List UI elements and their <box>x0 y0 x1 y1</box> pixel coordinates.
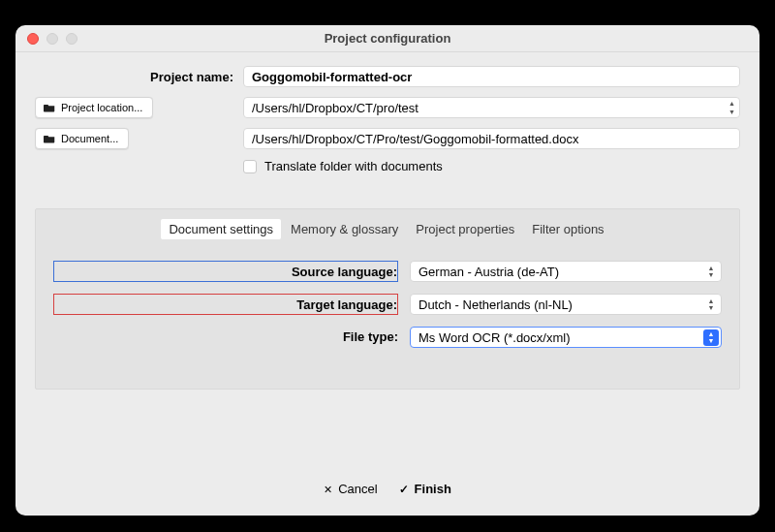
target-language-row: Target language: Dutch - Netherlands (nl… <box>36 294 739 315</box>
project-location-value: /Users/hl/Dropbox/CT/pro/test <box>252 101 418 115</box>
window-title: Project configuration <box>16 31 760 46</box>
finish-button[interactable]: Finish <box>399 482 451 496</box>
close-icon <box>324 482 332 496</box>
cancel-button[interactable]: Cancel <box>324 482 377 496</box>
document-input[interactable]: /Users/hl/Dropbox/CT/Pro/test/Goggomobil… <box>243 128 740 149</box>
chevron-updown-icon: ▲▼ <box>703 264 719 280</box>
dialog-footer: Cancel Finish <box>16 482 760 496</box>
tab-memory-glossary[interactable]: Memory & glossary <box>283 219 406 239</box>
window-controls <box>16 33 78 45</box>
folder-icon <box>44 134 55 143</box>
project-location-row: Project location... /Users/hl/Dropbox/CT… <box>35 97 740 118</box>
close-window-button[interactable] <box>27 33 39 45</box>
tab-filter-options[interactable]: Filter options <box>524 219 611 239</box>
finish-label: Finish <box>415 482 451 496</box>
dialog-content: Project name: Goggomobil-formatted-ocr P… <box>16 52 760 390</box>
source-language-value: German - Austria (de-AT) <box>418 265 559 279</box>
target-language-label: Target language: <box>53 294 398 315</box>
source-language-label: Source language: <box>53 261 398 282</box>
project-name-value: Goggomobil-formatted-ocr <box>252 70 412 84</box>
document-btn-label: Document... <box>61 133 118 144</box>
file-type-value: Ms Word OCR (*.docx/xml) <box>418 330 571 345</box>
project-name-row: Project name: Goggomobil-formatted-ocr <box>35 66 740 87</box>
tab-project-properties[interactable]: Project properties <box>408 219 522 239</box>
zoom-window-button[interactable] <box>66 33 78 45</box>
file-type-label: File type: <box>53 327 398 348</box>
minimize-window-button[interactable] <box>46 33 58 45</box>
check-icon <box>399 482 409 496</box>
project-name-input[interactable]: Goggomobil-formatted-ocr <box>243 66 740 87</box>
folder-icon <box>44 103 55 112</box>
target-language-value: Dutch - Netherlands (nl-NL) <box>418 297 573 312</box>
translate-folder-label: Translate folder with documents <box>264 159 443 173</box>
translate-folder-checkbox[interactable] <box>243 160 257 173</box>
source-language-row: Source language: German - Austria (de-AT… <box>36 261 739 282</box>
document-value: /Users/hl/Dropbox/CT/Pro/test/Goggomobil… <box>252 132 578 146</box>
cancel-label: Cancel <box>338 482 377 496</box>
chevron-updown-icon: ▲▼ <box>703 329 719 346</box>
settings-panel: Document settings Memory & glossary Proj… <box>35 208 740 390</box>
project-location-btn-label: Project location... <box>61 102 142 113</box>
chevron-updown-icon: ▲▼ <box>703 297 719 313</box>
project-name-label: Project name: <box>35 70 233 84</box>
stepper-icon: ▲▼ <box>728 100 735 115</box>
target-language-combo[interactable]: Dutch - Netherlands (nl-NL) ▲▼ <box>410 294 722 315</box>
tab-bar: Document settings Memory & glossary Proj… <box>36 219 739 239</box>
project-location-input[interactable]: /Users/hl/Dropbox/CT/pro/test ▲▼ <box>243 97 740 118</box>
document-row: Document... /Users/hl/Dropbox/CT/Pro/tes… <box>35 128 740 149</box>
translate-folder-row: Translate folder with documents <box>243 159 740 173</box>
project-location-button[interactable]: Project location... <box>35 97 153 118</box>
source-language-combo[interactable]: German - Austria (de-AT) ▲▼ <box>410 261 722 282</box>
tab-document-settings[interactable]: Document settings <box>161 219 281 239</box>
titlebar: Project configuration <box>16 25 760 52</box>
file-type-combo[interactable]: Ms Word OCR (*.docx/xml) ▲▼ <box>410 327 722 348</box>
dialog-window: Project configuration Project name: Gogg… <box>16 25 760 516</box>
document-button[interactable]: Document... <box>35 128 129 149</box>
file-type-row: File type: Ms Word OCR (*.docx/xml) ▲▼ <box>36 327 739 348</box>
